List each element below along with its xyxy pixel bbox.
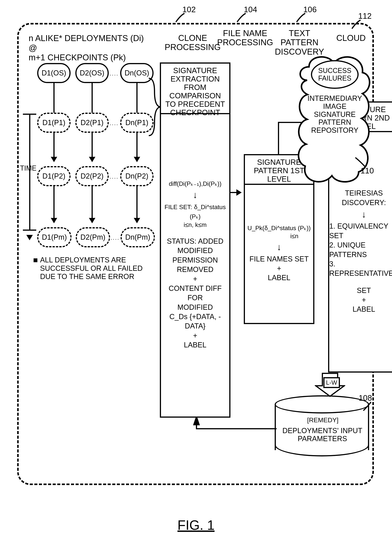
arrow-d2-p2-pm [91,186,93,223]
hdots-p2: .... [110,174,119,180]
node-d2-os: D2(OS) [75,63,109,83]
leader-110 [354,157,368,168]
proc-102-diff: diff(Di(Pₖ₋₁),Di(Pₖ)) [169,180,222,188]
down-arrow-icon: ↓ [193,189,197,201]
footnote-bullet-icon [34,258,37,262]
proc-102-status: STATUS: ADDED MODIFIED PERMISSION REMOVE… [161,237,229,275]
cyl-text: DEPLOYMENTS' INPUT PARAMETERS [280,427,364,443]
n: (P2) [90,172,104,180]
n: Dn [125,172,135,180]
n: D1 [42,119,52,127]
n: SUCCESS FAILURES [318,67,351,82]
n: (P1) [135,119,148,127]
arrow-dn-p1-p2 [136,133,138,161]
down-arrow-icon: ↓ [277,241,281,253]
node-d2-p1: D2(P1) [75,113,109,133]
plus-sign: + [193,274,197,284]
hdots-p1: .... [110,120,119,126]
figure-label: FIG. 1 [177,518,214,533]
n: D1 [42,69,51,77]
leader-108 [363,401,374,412]
arrow-d1-p2-pm [53,186,55,223]
proc-box-102: SIGNATURE EXTRACTION FROM COMPARISON TO … [160,62,231,418]
n: (P1) [52,119,65,127]
n: FILE SET: [165,203,192,210]
n: (OS) [89,69,104,77]
footnote-text: ALL DEPLOYMENTS ARE SUCCESSFUL OR ALL FA… [40,256,158,281]
proc-104-filenames: FILE NAMES SET [250,254,309,264]
hdots-pm: .... [111,235,119,241]
proc-106-label: LABEL [352,304,375,314]
proc-106-teiresias: TEIRESIAS DISCOVERY: [342,188,386,207]
time-arrowhead [26,235,33,240]
node-dn-p2: Dn(P2) [120,166,154,186]
proc-104-cond: i≤n [290,232,298,240]
node-d2-pm: D2(Pm) [76,227,110,247]
n: Dn [125,119,135,127]
deployments-title: n ALIKE* DEPLOYMENTS (Di) @ m+1 CHECKPOI… [29,33,151,62]
plus-sign: + [362,295,366,304]
n: D2 [80,172,90,180]
arrow-d1-p1-p2 [53,133,55,161]
n: D2 [80,233,90,241]
leader-102 [175,12,190,24]
n: D1 [42,233,51,241]
node-d1-p1: D1(P1) [37,113,70,133]
arrow-d2-p1-p2 [91,133,93,161]
leader-104 [236,12,252,24]
node-d1-os: D1(OS) [37,63,70,83]
line-d2-os-p1 [91,83,93,113]
proc-102-title: SIGNATURE EXTRACTION FROM COMPARISON TO … [161,64,229,114]
node-d1-p2: D1(P2) [37,166,70,186]
cyl-remedy: [REMEDY] [307,416,338,424]
col-label-cloud: CLOUD [336,33,366,43]
hdots-os: .... [110,71,119,77]
proc-106-items: 1. EQUIVALENCY SET 2. UNIQUE PATTERNS 3.… [329,222,392,278]
n: δ_Di^status (Pₖ) [190,203,226,220]
node-d2-p2: D2(P2) [75,166,109,186]
proc-106-set: SET [357,286,371,295]
down-arrow-icon: ↓ [362,209,366,220]
n: Dn [125,69,134,77]
n: (OS) [134,69,149,77]
arrow-cyl-to-102 [189,417,280,452]
proc-102-content: CONTENT DIFF FOR MODIFIED C_Ds {+DATA, -… [161,284,229,331]
line-dn-os-p1 [136,83,138,113]
n: (Pm) [90,233,105,241]
leader-106 [296,12,311,24]
n: D2 [80,69,89,77]
n: Dn [125,233,135,241]
arrow-dn-p2-pm [136,186,138,223]
lw-indicator: L-W [323,377,340,388]
cylinder-108: [REMEDY] DEPLOYMENTS' INPUT PARAMETERS [275,395,369,458]
time-tick-bot [23,230,36,231]
n: D1 [42,172,52,180]
n: (Pm) [51,233,67,241]
n: (P2) [135,172,148,180]
plus-sign: + [277,264,281,273]
proc-104-union: U_Pk(δ_Di^status (Pₖ)) [247,224,311,232]
proc-102-label: LABEL [184,340,206,350]
node-d1-pm: D1(Pm) [37,227,71,247]
proc-102-cond: i≤n, k≤m [184,221,207,229]
n: (P1) [90,119,104,127]
col-label-file: FILE NAME PROCESSING [217,29,274,47]
proc-104-label: LABEL [268,273,290,282]
time-label: TIME [20,164,36,172]
cloud-repo-text: INTERMEDIARY IMAGE SIGNATURE PATTERN REP… [306,94,363,134]
plus-sign: + [193,331,197,340]
arrow-102-104 [231,192,241,193]
cloud-success-failures: SUCCESS FAILURES [311,60,359,89]
n: (OS) [51,69,66,77]
n: (Pm) [134,233,150,241]
n: D2 [80,119,90,127]
n: (P2) [52,172,65,180]
line-d1-os-p1 [53,83,55,113]
node-dn-pm: Dn(Pm) [120,227,155,247]
